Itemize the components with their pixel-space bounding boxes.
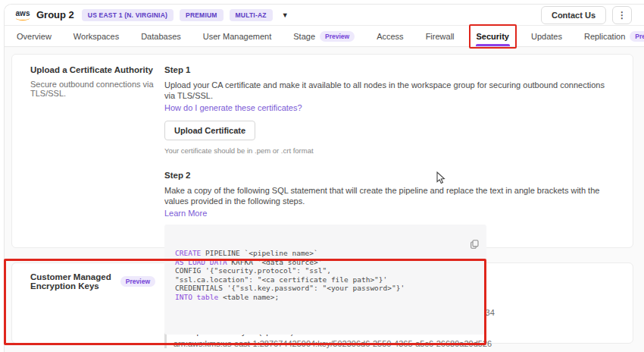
tab-label: Databases [141,32,181,41]
tab-label: Access [377,32,403,41]
tab-updates[interactable]: Updates [530,26,563,46]
active-tab-underline [476,44,510,46]
tab-user-management[interactable]: User Management [202,26,273,46]
tab-workspaces[interactable]: Workspaces [73,26,120,46]
tab-label: Replication [584,32,625,41]
certificate-authority-card: Upload a Certificate Authority Secure ou… [11,54,633,248]
page: aws Group 2 US EAST 1 (N. VIRGINIA) PREM… [0,0,644,352]
group-header: aws Group 2 US EAST 1 (N. VIRGINIA) PREM… [15,9,289,21]
premium-badge: PREMIUM [180,9,224,21]
multiaz-badge: MULTI-AZ [230,9,273,21]
content-area: Upload a Certificate Authority Secure ou… [5,54,644,344]
tab-label: Workspaces [73,32,119,41]
tab-bar: Overview Workspaces Databases User Manag… [5,26,644,47]
sql-code-block: CREATE PIPELINE `<pipeline name>`AS LOAD… [164,225,486,335]
aws-logo-icon: aws [15,10,30,20]
certificate-format-hint: Your certificate should be in .pem or .c… [164,146,614,155]
generate-certificates-link[interactable]: How do I generate these certificates? [164,103,614,112]
tab-label: Overview [17,32,52,41]
tab-label: Firewall [426,32,455,41]
region-badge: US EAST 1 (N. VIRGINIA) [82,9,174,21]
tab-security[interactable]: Security [476,26,510,46]
preview-badge: Preview [320,31,355,42]
certificate-card-subtitle: Secure outbound connections via TLS/SSL. [30,80,155,98]
step1-title: Step 1 [164,65,614,74]
encryption-card-title: Customer Managed Encryption Keys [30,272,114,291]
tab-overview[interactable]: Overview [16,26,52,46]
kebab-menu-button[interactable]: ⋮ [612,6,632,24]
step1-description: Upload your CA certificate and make it a… [164,80,614,101]
backup-bucket-key-value: arn:aws:kms:us-east-1:287674425904:key/5… [174,339,614,348]
tab-label: Stage [293,32,315,41]
tab-firewall[interactable]: Firewall [425,26,455,46]
step2-title: Step 2 [164,171,614,180]
copy-icon[interactable] [401,231,479,259]
tab-stage[interactable]: StagePreview [292,26,355,46]
header: aws Group 2 US EAST 1 (N. VIRGINIA) PREM… [5,5,644,26]
main-panel: aws Group 2 US EAST 1 (N. VIRGINIA) PREM… [4,4,644,352]
preview-badge: Preview [630,31,644,42]
header-actions: Contact Us ⋮ [541,6,632,24]
kebab-icon: ⋮ [617,10,627,20]
preview-badge: Preview [120,276,155,287]
tab-replication[interactable]: ReplicationPreview [583,26,644,46]
upload-certificate-button[interactable]: Upload Certificate [164,121,255,140]
contact-us-button[interactable]: Contact Us [541,6,606,24]
tab-label: User Management [203,32,272,41]
group-title: Group 2 [36,9,74,20]
tab-databases[interactable]: Databases [140,26,182,46]
certificate-card-intro: Upload a Certificate Authority Secure ou… [30,65,155,234]
tab-access[interactable]: Access [376,26,404,46]
tab-label: Updates [531,32,562,41]
encryption-card-intro: Customer Managed Encryption Keys Preview [30,272,155,334]
tab-label: Security [477,32,509,41]
chevron-down-icon[interactable]: ▼ [282,11,289,19]
learn-more-link[interactable]: Learn More [164,209,614,218]
step2-description: Make a copy of the following SQL stateme… [164,185,614,206]
certificate-card-body: Step 1 Upload your CA certificate and ma… [164,65,614,234]
certificate-card-title: Upload a Certificate Authority [30,65,155,74]
